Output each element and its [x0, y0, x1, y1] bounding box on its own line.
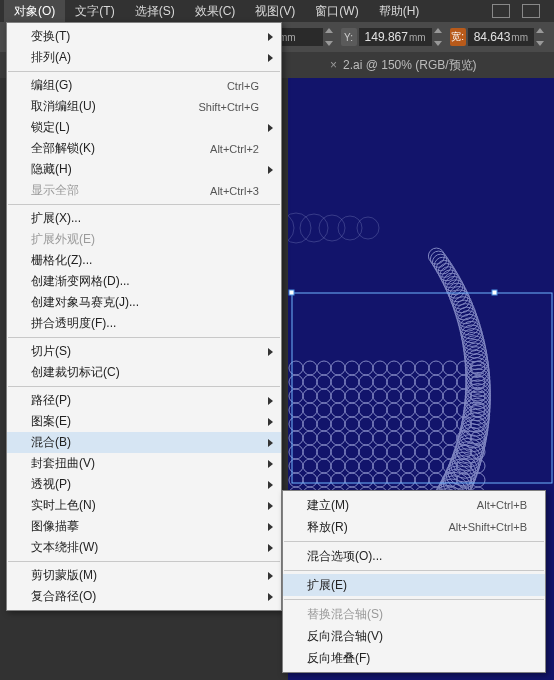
workspace-icon[interactable]	[522, 4, 540, 18]
w-value[interactable]: 84.643mm	[468, 28, 534, 46]
svg-point-138	[401, 361, 415, 375]
submenu-item[interactable]: 建立(M)Alt+Ctrl+B	[283, 494, 545, 516]
svg-point-179	[387, 403, 401, 417]
svg-point-146	[317, 375, 331, 389]
x-spinner[interactable]	[325, 28, 337, 46]
menu-item[interactable]: 图案(E)	[7, 411, 281, 432]
menu-item-label: 实时上色(N)	[31, 497, 96, 514]
svg-point-183	[443, 403, 457, 417]
menu-item[interactable]: 变换(T)	[7, 26, 281, 47]
menu-shortcut: Alt+Ctrl+2	[210, 143, 259, 155]
menu-item-label: 拼合透明度(F)...	[31, 315, 116, 332]
menu-item[interactable]: 图像描摹	[7, 516, 281, 537]
menu-item[interactable]: 剪切蒙版(M)	[7, 565, 281, 586]
menu-item-label: 创建渐变网格(D)...	[31, 273, 130, 290]
svg-point-205	[359, 431, 373, 445]
y-spinner[interactable]	[434, 28, 446, 46]
svg-point-230	[317, 459, 331, 473]
svg-point-163	[359, 389, 373, 403]
menu-item[interactable]: 路径(P)	[7, 390, 281, 411]
svg-point-131	[303, 361, 317, 375]
menu-item[interactable]: 锁定(L)	[7, 117, 281, 138]
submenu-item-label: 混合选项(O)...	[307, 548, 382, 565]
menu-item[interactable]: 封套扭曲(V)	[7, 453, 281, 474]
menu-item[interactable]: 栅格化(Z)...	[7, 250, 281, 271]
svg-point-144	[289, 375, 303, 389]
menu-item[interactable]: 创建对象马赛克(J)...	[7, 292, 281, 313]
svg-point-140	[429, 361, 443, 375]
menu-item-label: 封套扭曲(V)	[31, 455, 95, 472]
svg-point-229	[303, 459, 317, 473]
submenu-item[interactable]: 反向混合轴(V)	[283, 625, 545, 647]
submenu-item[interactable]: 扩展(E)	[283, 574, 545, 596]
menu-window[interactable]: 窗口(W)	[305, 0, 368, 23]
menu-item[interactable]: 文本绕排(W)	[7, 537, 281, 558]
menu-view[interactable]: 视图(V)	[245, 0, 305, 23]
submenu-item[interactable]: 反向堆叠(F)	[283, 647, 545, 669]
y-field[interactable]: Y: 149.867mm	[341, 28, 446, 46]
y-label-icon: Y:	[341, 28, 357, 46]
svg-point-243	[303, 473, 317, 487]
svg-point-174	[317, 403, 331, 417]
submenu-item[interactable]: 混合选项(O)...	[283, 545, 545, 567]
svg-point-193	[387, 417, 401, 431]
svg-point-224	[429, 445, 443, 459]
document-tab[interactable]: × 2.ai @ 150% (RGB/预览)	[320, 52, 487, 78]
menu-item[interactable]: 切片(S)	[7, 341, 281, 362]
svg-point-209	[415, 431, 429, 445]
svg-point-153	[415, 375, 429, 389]
svg-point-302	[357, 217, 379, 239]
svg-point-206	[373, 431, 387, 445]
menu-item-label: 扩展外观(E)	[31, 231, 95, 248]
menu-item[interactable]: 创建裁切标记(C)	[7, 362, 281, 383]
menu-item[interactable]: 实时上色(N)	[7, 495, 281, 516]
svg-point-152	[401, 375, 415, 389]
menu-select[interactable]: 选择(S)	[125, 0, 185, 23]
svg-point-249	[387, 473, 401, 487]
menubar: 对象(O) 文字(T) 选择(S) 效果(C) 视图(V) 窗口(W) 帮助(H…	[0, 0, 554, 22]
svg-point-188	[317, 417, 331, 431]
menu-item[interactable]: 全部解锁(K)Alt+Ctrl+2	[7, 138, 281, 159]
svg-point-234	[373, 459, 387, 473]
close-icon[interactable]: ×	[330, 58, 337, 72]
menu-item[interactable]: 取消编组(U)Shift+Ctrl+G	[7, 96, 281, 117]
menu-item[interactable]: 创建渐变网格(D)...	[7, 271, 281, 292]
svg-point-147	[331, 375, 345, 389]
menu-effect[interactable]: 效果(C)	[185, 0, 246, 23]
svg-point-231	[331, 459, 345, 473]
menu-item[interactable]: 透视(P)	[7, 474, 281, 495]
svg-point-207	[387, 431, 401, 445]
svg-point-176	[345, 403, 359, 417]
menu-item-label: 剪切蒙版(M)	[31, 567, 97, 584]
menu-type[interactable]: 文字(T)	[65, 0, 124, 23]
svg-point-195	[415, 417, 429, 431]
menubar-tool-icons	[492, 4, 550, 18]
svg-point-297	[288, 212, 294, 244]
svg-point-168	[429, 389, 443, 403]
menu-item[interactable]: 编组(G)Ctrl+G	[7, 75, 281, 96]
svg-point-181	[415, 403, 429, 417]
svg-point-139	[415, 361, 429, 375]
svg-point-216	[317, 445, 331, 459]
object-menu-dropdown: 变换(T)排列(A)编组(G)Ctrl+G取消编组(U)Shift+Ctrl+G…	[6, 22, 282, 611]
w-field[interactable]: 宽: 84.643mm	[450, 28, 548, 46]
menu-item[interactable]: 拼合透明度(F)...	[7, 313, 281, 334]
layout-icon[interactable]	[492, 4, 510, 18]
menu-item[interactable]: 混合(B)	[7, 432, 281, 453]
menu-item[interactable]: 复合路径(O)	[7, 586, 281, 607]
menu-item-label: 文本绕排(W)	[31, 539, 98, 556]
svg-point-159	[303, 389, 317, 403]
w-spinner[interactable]	[536, 28, 548, 46]
svg-point-151	[387, 375, 401, 389]
menu-item[interactable]: 扩展(X)...	[7, 208, 281, 229]
svg-point-215	[303, 445, 317, 459]
menu-item[interactable]: 排列(A)	[7, 47, 281, 68]
menu-item[interactable]: 隐藏(H)	[7, 159, 281, 180]
submenu-item[interactable]: 释放(R)Alt+Shift+Ctrl+B	[283, 516, 545, 538]
svg-point-191	[359, 417, 373, 431]
svg-point-142	[457, 361, 471, 375]
menu-object[interactable]: 对象(O)	[4, 0, 65, 23]
y-value[interactable]: 149.867mm	[359, 28, 432, 46]
menu-item-label: 扩展(X)...	[31, 210, 81, 227]
menu-help[interactable]: 帮助(H)	[369, 0, 430, 23]
